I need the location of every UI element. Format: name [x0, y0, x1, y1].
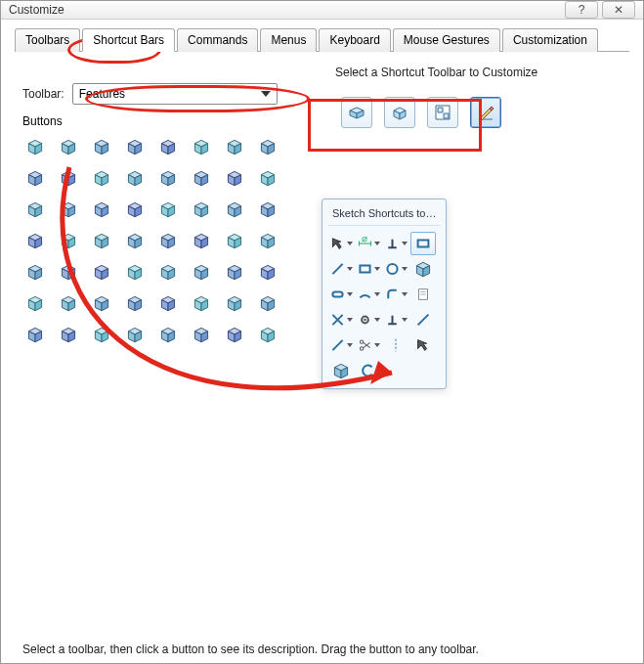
feature-delete-face-icon[interactable] [122, 259, 148, 285]
sketch-scissors-icon[interactable] [356, 333, 381, 357]
feature-cut-boundary-icon[interactable] [89, 165, 114, 191]
feature-reference-axis-icon[interactable] [56, 290, 81, 316]
feature-3dsketch-check-icon[interactable] [222, 322, 247, 347]
feature-dome-icon[interactable] [56, 197, 81, 222]
window-title: Customize [9, 3, 64, 17]
feature-fillet-icon[interactable] [155, 165, 181, 191]
feature-ruled-surface-icon[interactable] [222, 259, 247, 285]
feature-intersect-icon[interactable] [89, 259, 114, 285]
feature-reference-point-icon[interactable] [122, 290, 148, 316]
sketch-shortcuts-toolbar[interactable]: Sketch Shortcuts tool... ⌀ [322, 199, 447, 389]
feature-gusset-icon[interactable] [122, 322, 148, 347]
feature-wrap-icon[interactable] [222, 197, 247, 222]
feature-loft-icon[interactable] [122, 134, 148, 159]
tab-commands[interactable]: Commands [177, 28, 258, 52]
feature-pattern-curve-icon[interactable] [89, 228, 114, 253]
feature-reference-coord-icon[interactable] [89, 290, 114, 316]
sketch-select-arrow-icon[interactable] [328, 232, 354, 255]
feature-combine-icon[interactable] [56, 259, 81, 285]
feature-pattern-linear-icon[interactable] [22, 228, 48, 253]
sketch-rectangle-icon[interactable] [356, 257, 381, 281]
feature-deform-icon[interactable] [122, 197, 148, 222]
sketch-arc-icon[interactable] [356, 283, 381, 306]
svg-point-8 [387, 264, 397, 274]
feature-indent-icon[interactable] [155, 197, 181, 222]
sketch-gear-icon[interactable] [356, 308, 381, 332]
tab-toolbars[interactable]: Toolbars [15, 28, 80, 52]
feature-cut-revolve-icon[interactable] [255, 134, 280, 159]
feature-hole-icon[interactable] [122, 165, 148, 191]
tab-mouse-gestures[interactable]: Mouse Gestures [393, 28, 500, 52]
sketch-spline2-icon[interactable] [328, 333, 354, 357]
feature-trim-extend-icon[interactable] [89, 322, 114, 347]
toolbar-dropdown[interactable]: Features [72, 83, 278, 105]
feature-move-face-icon[interactable] [222, 228, 247, 253]
feature-imported-icon[interactable] [155, 259, 181, 285]
shortcut-part-button[interactable] [384, 97, 415, 128]
feature-instant3d-icon[interactable] [255, 290, 280, 316]
sketch-axis-icon[interactable] [383, 333, 408, 357]
sketch-slot-icon[interactable] [328, 283, 354, 306]
chevron-down-icon [374, 343, 380, 347]
shortcut-drawing-button[interactable] [427, 97, 458, 128]
feature-cut-extrude-icon[interactable] [222, 134, 247, 159]
tab-shortcut-bars[interactable]: Shortcut Bars [82, 28, 175, 52]
feature-mate-ref-icon[interactable] [155, 290, 181, 316]
feature-structural-icon[interactable] [56, 322, 81, 347]
feature-reference-plane-icon[interactable] [22, 290, 48, 316]
close-window-button[interactable]: ✕ [602, 1, 635, 19]
toolbar-dropdown-value: Features [79, 87, 125, 101]
feature-chamfer-icon[interactable] [189, 165, 214, 191]
help-window-button[interactable]: ? [565, 1, 598, 19]
tab-menus[interactable]: Menus [260, 28, 317, 52]
feature-pattern-circular-icon[interactable] [56, 228, 81, 253]
shortcut-assembly-button[interactable] [341, 97, 372, 128]
feature-offset-surface-icon[interactable] [189, 259, 214, 285]
feature-scale-icon[interactable] [22, 259, 48, 285]
sketch-corner-rect-icon[interactable] [410, 232, 436, 255]
feature-revolve-icon[interactable] [56, 134, 81, 159]
sketch-fillet-sketch-icon[interactable] [383, 283, 408, 306]
feature-pattern-fill-icon[interactable] [189, 228, 214, 253]
feature-swept-icon[interactable] [89, 134, 114, 159]
feature-live-section-icon[interactable] [189, 290, 214, 316]
sketch-c-shape-icon[interactable] [356, 359, 381, 382]
shortcut-sketch-button[interactable] [470, 97, 501, 128]
feature-shell-icon[interactable] [22, 197, 48, 222]
feature-thicken-icon[interactable] [189, 134, 214, 159]
feature-weldment-icon[interactable] [22, 322, 48, 347]
feature-boundary-icon[interactable] [155, 134, 181, 159]
feature-draft-icon[interactable] [255, 165, 280, 191]
feature-cut-sweep-icon[interactable] [22, 165, 48, 191]
feature-mirror-icon[interactable] [255, 197, 280, 222]
sketch-line-icon[interactable] [328, 257, 354, 281]
feature-split-icon[interactable] [255, 228, 280, 253]
chevron-down-icon [347, 343, 353, 347]
feature-check-icon[interactable] [189, 322, 214, 347]
feature-pattern-sketch-icon[interactable] [122, 228, 148, 253]
sketch-cube2-icon[interactable] [328, 359, 354, 382]
feature-extrude-icon[interactable] [22, 134, 48, 159]
feature-cut-loft-icon[interactable] [56, 165, 81, 191]
sketch-trim-icon[interactable] [328, 308, 354, 332]
feature-pattern-table-icon[interactable] [155, 228, 181, 253]
svg-rect-9 [332, 291, 342, 296]
drawing-icon [433, 103, 452, 122]
sketch-sheet-icon[interactable] [410, 283, 436, 306]
sketch-spline-icon[interactable] [410, 308, 436, 332]
sketch-perpendicular-icon[interactable] [383, 308, 408, 332]
sketch-circle-icon[interactable] [383, 257, 408, 281]
sketch-up-arrow-icon[interactable] [410, 333, 436, 357]
feature-end-cap-icon[interactable] [155, 322, 181, 347]
sketch-dim-smart-icon[interactable]: ⌀ [356, 232, 381, 255]
sketch-relations-icon[interactable] [383, 232, 408, 255]
feature-rib-icon[interactable] [222, 165, 247, 191]
feature-curves-icon[interactable] [222, 290, 247, 316]
feature-freeform-icon[interactable] [89, 197, 114, 222]
tab-keyboard[interactable]: Keyboard [319, 28, 390, 52]
feature-grid3d-icon[interactable] [255, 322, 280, 347]
feature-flex-icon[interactable] [189, 197, 214, 222]
sketch-cube-icon[interactable] [410, 257, 436, 281]
tab-customization[interactable]: Customization [502, 28, 598, 52]
feature-repair-icon[interactable] [255, 259, 280, 285]
